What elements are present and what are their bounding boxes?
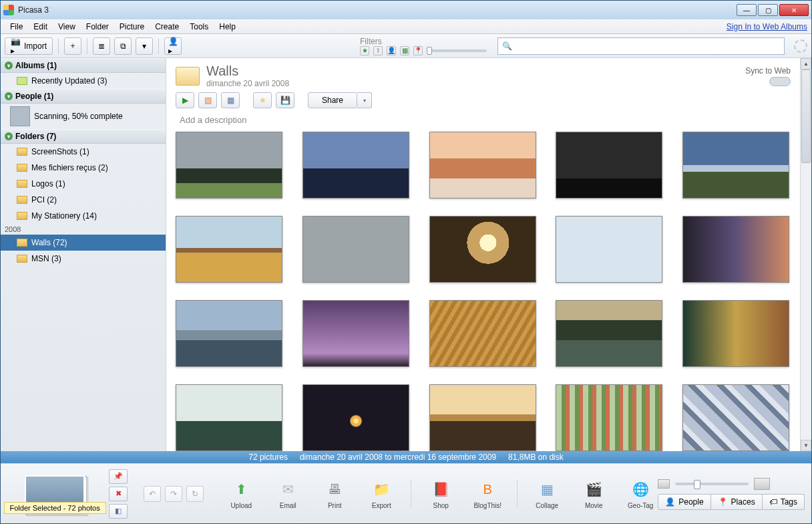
- filter-geo-icon[interactable]: 📍: [413, 46, 423, 55]
- albums-header[interactable]: ▾Albums (1): [1, 58, 166, 73]
- tray-print-button[interactable]: 🖶Print: [317, 478, 352, 509]
- thumbnail[interactable]: [429, 132, 536, 199]
- share-button[interactable]: Share: [308, 92, 357, 108]
- menu-picture[interactable]: Picture: [114, 21, 150, 33]
- folder-icon: [17, 239, 27, 247]
- description-field[interactable]: Add a description: [166, 114, 800, 129]
- thumbnail[interactable]: [429, 384, 536, 451]
- maximize-button[interactable]: ▢: [758, 4, 778, 16]
- view-list-button[interactable]: ≣: [93, 37, 110, 55]
- menu-tools[interactable]: Tools: [184, 21, 214, 33]
- sidebar-folder-pci[interactable]: PCI (2): [1, 192, 166, 208]
- thumbnail[interactable]: [429, 216, 536, 283]
- import-button[interactable]: 📷▸ Import: [5, 37, 53, 55]
- menu-create[interactable]: Create: [150, 21, 184, 33]
- date-slider[interactable]: [427, 49, 487, 52]
- sidebar-folder-screenshots[interactable]: ScreenShots (1): [1, 144, 166, 160]
- tray-export-button[interactable]: 📁Export: [364, 478, 399, 509]
- tray-geotag-button[interactable]: 🌐Geo-Tag: [623, 478, 658, 509]
- rotate-alt-button[interactable]: ↻: [186, 486, 204, 502]
- menu-folder[interactable]: Folder: [81, 21, 114, 33]
- sidebar-folder-mesfichiers[interactable]: Mes fichiers reçus (2): [1, 160, 166, 176]
- main-area: ▾Albums (1) Recently Updated (3) ▾People…: [1, 58, 811, 451]
- status-count: 72 pictures: [248, 452, 288, 462]
- thumbnail[interactable]: [302, 132, 409, 199]
- movie-button[interactable]: ▦: [221, 92, 240, 108]
- tray-mid: ↶ ↷ ↻ ⬆Upload✉Email🖶Print📁Export📕ShopBBl…: [130, 464, 658, 523]
- menu-help[interactable]: Help: [214, 21, 241, 33]
- sync-toggle-icon[interactable]: [769, 77, 791, 86]
- tray-upload-button[interactable]: ⬆Upload: [224, 478, 258, 509]
- folders-header[interactable]: ▾Folders (7): [1, 129, 166, 144]
- app-window: Picasa 3 — ▢ ✕ File Edit View Folder Pic…: [0, 0, 812, 524]
- view-tree-button[interactable]: ⧉: [114, 37, 132, 55]
- filter-face-icon[interactable]: 👤: [387, 46, 396, 55]
- photo-button[interactable]: ▧: [198, 92, 217, 108]
- thumbnail[interactable]: [682, 216, 789, 283]
- tray-collage-button[interactable]: ▦Collage: [530, 478, 564, 509]
- thumbnail[interactable]: [682, 300, 789, 367]
- zoom-control[interactable]: [658, 478, 805, 490]
- thumbnail[interactable]: [176, 216, 282, 283]
- thumbnail[interactable]: [682, 384, 789, 451]
- tray-movie-button[interactable]: 🎬Movie: [576, 478, 611, 509]
- scroll-handle[interactable]: [801, 70, 811, 163]
- search-box[interactable]: 🔍: [497, 37, 785, 55]
- vertical-scrollbar[interactable]: ▲ ▼: [800, 58, 811, 451]
- tray-hold-button[interactable]: 📌: [109, 469, 128, 484]
- sidebar-album-recently-updated[interactable]: Recently Updated (3): [1, 73, 166, 89]
- share-dropdown[interactable]: ▾: [357, 92, 372, 108]
- scroll-track[interactable]: [801, 70, 811, 440]
- tray-shop-button[interactable]: 📕Shop: [423, 478, 458, 509]
- tray-clear-button[interactable]: ✖: [109, 487, 128, 501]
- thumbnail[interactable]: [176, 300, 282, 367]
- thumbnail[interactable]: [302, 216, 409, 283]
- thumbnail[interactable]: [556, 300, 662, 367]
- rotate-ccw-button[interactable]: ↶: [144, 486, 161, 502]
- sidebar-folder-msn[interactable]: MSN (3): [1, 251, 166, 267]
- thumbnail[interactable]: [302, 384, 409, 451]
- minimize-button[interactable]: —: [737, 4, 757, 16]
- thumbnail[interactable]: [302, 300, 409, 367]
- thumbnail[interactable]: [556, 216, 662, 283]
- filter-movie-icon[interactable]: ▦: [400, 46, 409, 55]
- tag-places-button[interactable]: 📍Places: [711, 494, 763, 510]
- tray-actions: 📌 ✖ ◧: [109, 464, 130, 523]
- tray-selection[interactable]: Folder Selected - 72 photos: [1, 464, 109, 523]
- menu-edit[interactable]: Edit: [28, 21, 53, 33]
- thumbnail[interactable]: [429, 300, 536, 367]
- slideshow-button[interactable]: ▶: [176, 92, 194, 108]
- signin-link[interactable]: Sign In to Web Albums: [727, 22, 807, 31]
- people-header[interactable]: ▾People (1): [1, 89, 166, 104]
- new-album-button[interactable]: ＋: [64, 37, 81, 55]
- rotate-cw-button[interactable]: ↷: [165, 486, 182, 502]
- star-button[interactable]: ★: [253, 92, 272, 108]
- filter-star-icon[interactable]: ★: [360, 46, 369, 55]
- search-input[interactable]: [512, 41, 780, 51]
- menu-file[interactable]: File: [5, 21, 28, 33]
- tag-tags-button[interactable]: 🏷Tags: [763, 494, 805, 510]
- tag-people-button[interactable]: 👤People: [658, 494, 710, 510]
- thumbnail[interactable]: [682, 132, 789, 199]
- sidebar-folder-walls[interactable]: Walls (72): [1, 235, 166, 251]
- sync-to-web[interactable]: Sync to Web: [745, 66, 791, 86]
- sidebar-year-label: 2008: [1, 224, 166, 235]
- menu-view[interactable]: View: [53, 21, 81, 33]
- people-button[interactable]: 👤▸: [164, 37, 182, 55]
- thumbnail[interactable]: [556, 132, 662, 199]
- tray-email-button[interactable]: ✉Email: [270, 478, 305, 509]
- zoom-slider[interactable]: [675, 483, 749, 485]
- view-menu-button[interactable]: ▾: [136, 37, 153, 55]
- tray-blogthis-button[interactable]: BBlogThis!: [470, 478, 505, 509]
- close-button[interactable]: ✕: [779, 4, 809, 16]
- tray-add-button[interactable]: ◧: [109, 504, 128, 519]
- sidebar-folder-logos[interactable]: Logos (1): [1, 176, 166, 192]
- thumbnail[interactable]: [176, 132, 282, 199]
- thumbnail[interactable]: [556, 384, 662, 451]
- save-button[interactable]: 💾: [276, 92, 294, 108]
- filter-upload-icon[interactable]: ⬆: [373, 46, 383, 55]
- scroll-down-button[interactable]: ▼: [801, 440, 811, 451]
- thumbnail[interactable]: [176, 384, 282, 451]
- scroll-up-button[interactable]: ▲: [801, 58, 811, 70]
- sidebar-folder-mystationery[interactable]: My Stationery (14): [1, 208, 166, 224]
